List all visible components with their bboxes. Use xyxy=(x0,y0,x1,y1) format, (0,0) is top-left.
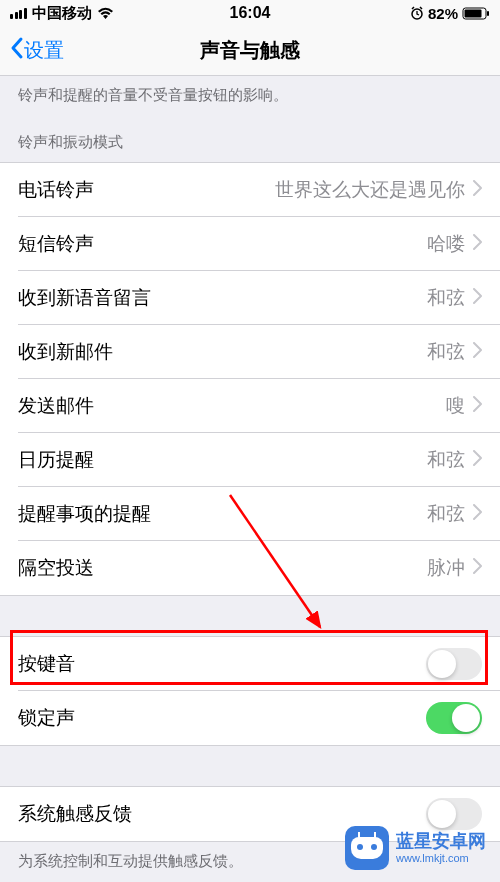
status-left: 中国移动 xyxy=(10,4,114,23)
row-value: 哈喽 xyxy=(427,231,465,257)
chevron-right-icon xyxy=(473,558,482,578)
keyboard-sound-group: 按键音 锁定声 xyxy=(0,636,500,746)
toggle-keyboard-clicks[interactable] xyxy=(426,648,482,680)
page-title: 声音与触感 xyxy=(200,37,300,64)
chevron-right-icon xyxy=(473,450,482,470)
row-value: 和弦 xyxy=(427,447,465,473)
wifi-icon xyxy=(97,7,114,20)
row-label: 收到新邮件 xyxy=(18,339,113,365)
watermark: 蓝星安卓网 www.lmkjt.com xyxy=(345,826,486,870)
row-reminder-alert[interactable]: 提醒事项的提醒 和弦 xyxy=(0,487,500,541)
section-header-ringtones: 铃声和振动模式 xyxy=(0,115,500,162)
row-label: 按键音 xyxy=(18,651,75,677)
volume-note: 铃声和提醒的音量不受音量按钮的影响。 xyxy=(0,76,500,115)
chevron-right-icon xyxy=(473,234,482,254)
battery-icon xyxy=(462,7,490,20)
row-label: 提醒事项的提醒 xyxy=(18,501,151,527)
chevron-right-icon xyxy=(473,180,482,200)
row-calendar-alert[interactable]: 日历提醒 和弦 xyxy=(0,433,500,487)
chevron-left-icon xyxy=(8,36,24,65)
chevron-right-icon xyxy=(473,342,482,362)
chevron-right-icon xyxy=(473,396,482,416)
alarm-icon xyxy=(410,6,424,20)
row-label: 系统触感反馈 xyxy=(18,801,132,827)
row-value: 和弦 xyxy=(427,501,465,527)
status-bar: 中国移动 16:04 82% xyxy=(0,0,500,26)
row-phone-ringtone[interactable]: 电话铃声 世界这么大还是遇见你 xyxy=(0,163,500,217)
row-airdrop[interactable]: 隔空投送 脉冲 xyxy=(0,541,500,595)
row-value: 嗖 xyxy=(446,393,465,419)
row-label: 收到新语音留言 xyxy=(18,285,151,311)
status-time: 16:04 xyxy=(230,4,271,22)
ringtone-group: 电话铃声 世界这么大还是遇见你 短信铃声 哈喽 收到新语音留言 和弦 收到新邮件… xyxy=(0,162,500,596)
row-label: 日历提醒 xyxy=(18,447,94,473)
watermark-title: 蓝星安卓网 xyxy=(396,831,486,852)
chevron-right-icon xyxy=(473,288,482,308)
row-label: 电话铃声 xyxy=(18,177,94,203)
signal-icon xyxy=(10,8,27,19)
row-value: 世界这么大还是遇见你 xyxy=(275,177,465,203)
chevron-right-icon xyxy=(473,504,482,524)
battery-percent: 82% xyxy=(428,5,458,22)
svg-rect-2 xyxy=(465,9,482,17)
row-value: 和弦 xyxy=(427,285,465,311)
row-voicemail[interactable]: 收到新语音留言 和弦 xyxy=(0,271,500,325)
row-text-tone[interactable]: 短信铃声 哈喽 xyxy=(0,217,500,271)
row-label: 发送邮件 xyxy=(18,393,94,419)
row-value: 脉冲 xyxy=(427,555,465,581)
row-label: 锁定声 xyxy=(18,705,75,731)
watermark-logo-icon xyxy=(345,826,389,870)
row-new-mail[interactable]: 收到新邮件 和弦 xyxy=(0,325,500,379)
row-lock-sound: 锁定声 xyxy=(0,691,500,745)
back-label: 设置 xyxy=(24,37,64,64)
toggle-lock-sound[interactable] xyxy=(426,702,482,734)
carrier-label: 中国移动 xyxy=(32,4,92,23)
row-label: 隔空投送 xyxy=(18,555,94,581)
row-sent-mail[interactable]: 发送邮件 嗖 xyxy=(0,379,500,433)
back-button[interactable]: 设置 xyxy=(0,36,64,65)
row-label: 短信铃声 xyxy=(18,231,94,257)
row-keyboard-clicks: 按键音 xyxy=(0,637,500,691)
watermark-url: www.lmkjt.com xyxy=(396,852,486,865)
status-right: 82% xyxy=(410,5,490,22)
nav-bar: 设置 声音与触感 xyxy=(0,26,500,76)
row-value: 和弦 xyxy=(427,339,465,365)
svg-rect-3 xyxy=(487,11,489,16)
